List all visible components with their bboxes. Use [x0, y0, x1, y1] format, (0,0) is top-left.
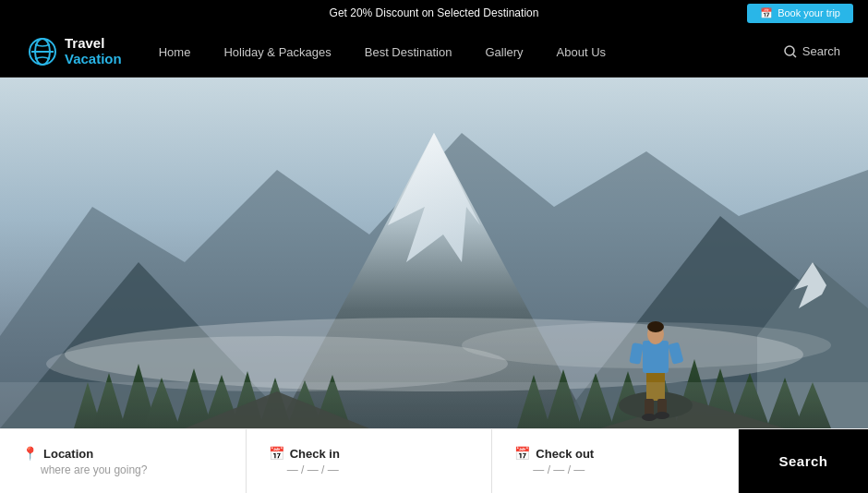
location-icon: 📍 — [22, 446, 38, 461]
nav-search[interactable]: Search — [784, 44, 840, 58]
search-button[interactable]: Search — [739, 429, 868, 493]
checkout-value: — / — / — — [514, 463, 716, 476]
svg-rect-40 — [643, 341, 669, 373]
svg-line-4 — [793, 54, 796, 57]
checkin-calendar-icon: 📅 — [269, 446, 284, 461]
search-label: Search — [802, 44, 840, 58]
hero-section — [0, 78, 868, 428]
nav-links: Home Holiday & Packages Best Destination… — [159, 43, 784, 60]
logo: Travel Vacation — [28, 36, 122, 66]
svg-point-42 — [647, 321, 664, 332]
location-value: where are you going? — [22, 463, 223, 476]
nav-about[interactable]: About Us — [557, 45, 606, 59]
logo-icon — [28, 37, 57, 66]
search-bar: 📍 Location where are you going? 📅 Check … — [0, 428, 868, 493]
checkout-field[interactable]: 📅 Check out — / — / — — [492, 429, 739, 493]
navbar: Travel Vacation Home Holiday & Packages … — [0, 26, 868, 78]
svg-point-3 — [785, 46, 794, 55]
top-banner: Get 20% Discount on Selected Destination… — [0, 0, 868, 26]
svg-rect-49 — [0, 382, 868, 428]
banner-text: Get 20% Discount on Selected Destination — [330, 6, 539, 19]
nav-destination[interactable]: Best Destination — [365, 45, 452, 59]
nav-holiday[interactable]: Holiday & Packages — [223, 45, 331, 59]
book-trip-button[interactable]: 📅 Book your trip — [747, 4, 853, 23]
checkin-value: — / — / — — [269, 463, 470, 476]
calendar-icon: 📅 — [760, 7, 773, 19]
location-field[interactable]: 📍 Location where are you going? — [0, 429, 247, 493]
nav-gallery[interactable]: Gallery — [485, 45, 523, 59]
logo-text: Travel Vacation — [65, 36, 122, 66]
checkout-calendar-icon: 📅 — [514, 446, 530, 461]
search-icon — [784, 45, 797, 58]
checkin-field[interactable]: 📅 Check in — / — / — — [247, 429, 493, 493]
mountain-scene — [0, 78, 868, 428]
nav-home[interactable]: Home — [159, 45, 191, 59]
